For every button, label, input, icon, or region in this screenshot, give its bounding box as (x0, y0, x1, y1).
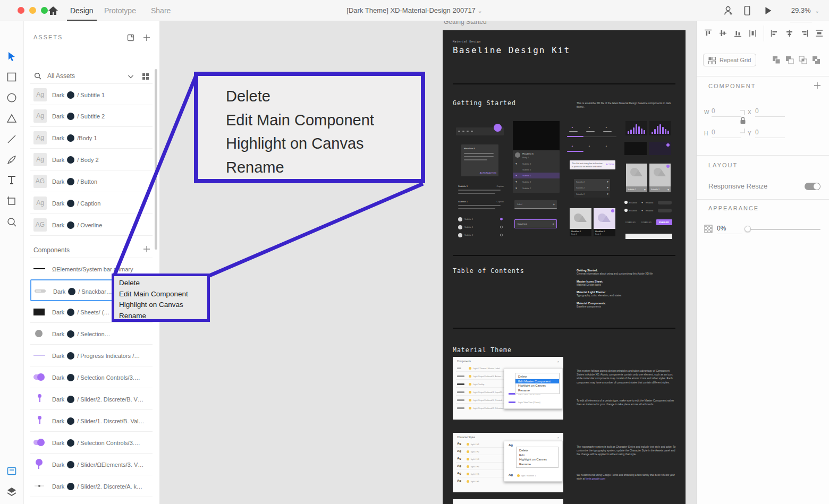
text-tool-icon[interactable] (6, 174, 18, 186)
boolean-intersect-icon[interactable] (798, 55, 808, 65)
divider (764, 25, 764, 41)
repeat-grid-button[interactable]: Repeat Grid (703, 54, 756, 66)
add-component-state-icon[interactable] (813, 81, 822, 90)
style-suffix: / Body 2 (77, 157, 98, 163)
boolean-add-icon[interactable] (772, 55, 781, 65)
list-item-component[interactable]: Dark/ Slider/2. Discrete/A. k… (30, 475, 153, 497)
device-preview-icon[interactable] (741, 5, 753, 16)
character-style-thumbnail: Ag (33, 197, 47, 210)
distribute-vertical-icon[interactable] (815, 29, 824, 38)
screenshot-partial (453, 499, 563, 504)
context-menu-item-rename[interactable]: Rename (119, 311, 207, 322)
layers-panel-icon[interactable] (6, 486, 18, 498)
collage-image-card: Subtitle 1 ♥ (649, 164, 671, 192)
align-center-horizontal-icon[interactable] (785, 29, 794, 38)
pen-tool-icon[interactable] (6, 154, 18, 166)
grid-view-icon[interactable] (141, 72, 150, 81)
card-actions: ACTION ACTION (480, 172, 496, 174)
align-left-icon[interactable] (770, 29, 779, 38)
document-title[interactable]: [Dark Theme] XD-Material-Design 200717 ⌄ (0, 0, 829, 21)
context-menu-item-edit-main-component[interactable]: Edit Main Component (119, 289, 207, 300)
align-bottom-icon[interactable] (733, 29, 742, 38)
list-item-character-style[interactable]: AG Dark/ Button (30, 170, 153, 192)
list-item-component[interactable]: Dark/ Slider/1. Discret/B. Val… (30, 410, 153, 432)
style-prefix: Dark (52, 222, 64, 228)
line-tool-icon[interactable] (6, 133, 18, 145)
width-field[interactable]: 0 (712, 107, 741, 117)
fab-icon (494, 124, 502, 132)
fonts-google-link[interactable]: fonts.google.com (586, 477, 605, 480)
height-field[interactable]: 0 (712, 129, 741, 138)
responsive-resize-toggle[interactable] (805, 183, 820, 190)
screenshot-title: Components (457, 360, 471, 363)
select-tool-icon[interactable] (6, 51, 18, 63)
y-field[interactable]: 0 (755, 129, 785, 138)
artboard-tool-icon[interactable] (6, 195, 18, 207)
boolean-exclude-icon[interactable] (811, 55, 821, 65)
align-top-icon[interactable] (704, 29, 713, 38)
list-item-character-style[interactable]: AG Dark/ Overline (30, 214, 153, 236)
opacity-field[interactable]: 0% (717, 225, 742, 234)
list-item-component[interactable]: Dark/ Slider/ΩElements/3. V… (30, 454, 153, 475)
list-item-component[interactable]: Dark/ Selection… (30, 323, 153, 345)
collage-textfield-focused: Input text ◉ (514, 219, 557, 228)
collage-media (513, 121, 560, 150)
context-menu-item-delete[interactable]: Delete (119, 278, 207, 289)
color-dot (67, 439, 74, 447)
material-theme-paragraph-1: This system follows atomic design princi… (577, 369, 676, 385)
list-item-component[interactable]: Dark/ Selection Controls/3.… (30, 432, 153, 454)
add-asset-icon[interactable] (142, 33, 151, 42)
responsive-resize-label: Responsive Resize (708, 182, 767, 190)
align-middle-vertical-icon[interactable] (718, 29, 728, 38)
collage-tabs-2: ▲▲▲ (567, 144, 616, 153)
ag-thumb: Ag (509, 473, 513, 476)
lock-aspect-icon[interactable] (739, 108, 747, 135)
x-field[interactable]: 0 (755, 107, 785, 117)
control-label: Enabled (646, 201, 653, 204)
toc-entry-title: Material Components: (577, 302, 678, 305)
style-prefix: Dark (52, 178, 64, 185)
zoom-tool-icon[interactable] (6, 216, 18, 228)
play-preview-icon[interactable] (762, 5, 774, 16)
list-item-component[interactable]: Dark/ Slider/2. Discrete/B. V… (30, 388, 153, 410)
boolean-subtract-icon[interactable] (785, 55, 794, 65)
titlebar: Design Prototype Share [Dark Theme] XD-M… (0, 0, 829, 21)
component-thumbnail (33, 414, 47, 428)
artboard-getting-started[interactable]: Material Design Baseline Design Kit Gett… (443, 30, 686, 504)
rectangle-tool-icon[interactable] (6, 71, 18, 83)
collage-list-panel: Headline 6 Body 2 ♥Subtitle 2 Subtitle 2… (513, 150, 560, 193)
add-component-icon[interactable] (142, 245, 151, 253)
polygon-tool-icon[interactable] (6, 113, 18, 124)
character-style-thumbnail: Ag (33, 131, 47, 144)
collage-controls: Enabled ♥Enabled Enabled ♥Enabled (624, 201, 672, 215)
distribute-horizontal-icon[interactable] (748, 29, 757, 38)
toc-entry: Material Light Theme: Typography, color,… (577, 291, 678, 298)
list-item-character-style[interactable]: Ag Dark/ Subtitle 1 (30, 83, 153, 105)
component-section-title: COMPONENT (708, 83, 756, 89)
list-item-character-style[interactable]: Ag Dark/ Subtitle 2 (30, 105, 153, 127)
list-item-character-style[interactable]: Ag Dark/ Body 2 (30, 149, 153, 170)
chevron-down-icon[interactable] (126, 72, 135, 81)
style-suffix: / Overline (77, 222, 102, 228)
assets-scrollbar[interactable] (155, 69, 157, 250)
invite-user-icon[interactable] (723, 5, 734, 16)
assets-search[interactable]: All Assets (33, 72, 152, 81)
assets-panel-icon[interactable] (6, 465, 18, 477)
artboard-label[interactable]: Getting Started (444, 21, 487, 25)
control-label: Enabled (646, 209, 653, 212)
list-item-component[interactable]: Dark/ Progress Indicators /… (30, 345, 153, 366)
component-thumbnail (33, 392, 47, 406)
align-right-icon[interactable] (800, 29, 809, 38)
opacity-slider-track[interactable] (748, 229, 820, 230)
list-item-component[interactable]: Dark/ Selection Controls/3.… (30, 366, 153, 388)
style-suffix: / Button (77, 178, 97, 185)
list-item-component[interactable]: Dark/ Progress Indicators/1.… (30, 497, 153, 504)
zoom-control[interactable]: 29.3%⌄ (790, 0, 819, 21)
ellipse-tool-icon[interactable] (6, 92, 18, 104)
opacity-slider-knob[interactable] (745, 226, 751, 232)
list-item-character-style[interactable]: Ag Dark/ Caption (30, 192, 153, 214)
list-item-character-style[interactable]: Ag Dark/Body 1 (30, 127, 153, 149)
ag-thumb: Ag (457, 442, 461, 445)
document-assets-icon[interactable] (126, 33, 135, 42)
context-menu-item-highlight-on-canvas[interactable]: Highlight on Canvas (119, 300, 207, 311)
